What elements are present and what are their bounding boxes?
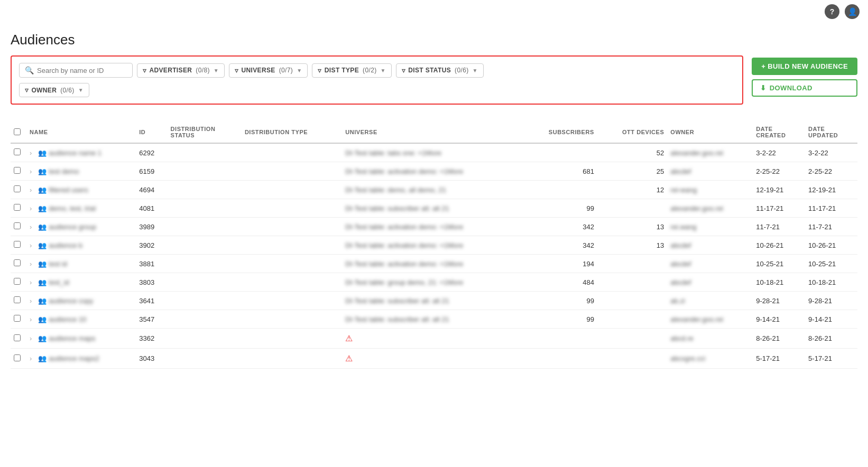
row-ott-devices: 52 [597,143,667,162]
row-expand-btn[interactable]: › [26,181,35,199]
row-name: 👥 test_id [35,273,136,292]
owner-filter[interactable]: ▿ OWNER (0/6) ▼ [19,83,89,97]
row-subscribers: 99 [522,199,597,218]
row-universe: DI-Test table: subscriber alt: alt 21 [342,199,522,218]
row-dist-status [168,255,242,273]
row-dist-status [168,273,242,292]
row-expand-btn[interactable]: › [26,199,35,218]
filter-icon: ▿ [318,67,321,74]
row-date-updated: 11-7-21 [805,218,857,236]
row-universe: DI-Test table: activation demo: +1More [342,162,522,181]
row-id: 6159 [136,162,167,181]
audience-group-icon: 👥 [38,354,47,362]
row-date-created: 3-2-22 [753,143,805,162]
table-row: › 👥 audience name 1 6292 DI-Test table: … [11,143,857,162]
row-subscribers: 681 [522,162,597,181]
row-checkbox[interactable] [14,185,21,192]
row-dist-type [242,143,342,162]
row-date-updated: 10-26-21 [805,236,857,255]
row-id: 6292 [136,143,167,162]
table-row: › 👥 audience group 3989 DI-Test table: a… [11,218,857,236]
row-date-created: 10-25-21 [753,255,805,273]
row-expand-btn[interactable]: › [26,310,35,329]
row-id: 3881 [136,255,167,273]
help-icon[interactable]: ? [825,4,839,19]
search-input[interactable] [37,67,127,74]
row-expand-btn[interactable]: › [26,143,35,162]
row-dist-status [168,349,242,369]
row-dist-type [242,329,342,349]
row-dist-type [242,349,342,369]
col-id: ID [136,122,167,143]
row-dist-type [242,273,342,292]
row-owner: rei.wang [667,218,753,236]
row-dist-status [168,329,242,349]
row-date-updated: 10-18-21 [805,273,857,292]
row-date-updated: 9-14-21 [805,310,857,329]
universe-filter[interactable]: ▿ UNIVERSE (0/7) ▼ [229,63,308,78]
row-checkbox[interactable] [14,296,21,303]
row-ott-devices [597,292,667,310]
audience-group-icon: 👥 [38,149,47,157]
dist-status-label: DIST STATUS [408,67,451,74]
user-icon[interactable]: 👤 [845,4,860,19]
build-new-audience-button[interactable]: + BUILD NEW AUDIENCE [752,58,857,75]
download-button[interactable]: ⬇ DOWNLOAD [752,79,857,97]
row-expand-btn[interactable]: › [26,218,35,236]
select-all-checkbox[interactable] [14,128,21,135]
row-checkbox[interactable] [14,334,21,341]
dist-status-filter[interactable]: ▿ DIST STATUS (0/6) ▼ [396,63,484,78]
table-row: › 👥 demo, test, trial 4081 DI-Test table… [11,199,857,218]
row-checkbox[interactable] [14,148,21,155]
audience-group-icon: 👥 [38,315,47,323]
advertiser-filter[interactable]: ▿ ADVERTISER (0/8) ▼ [137,63,225,78]
row-name: 👥 test demo [35,162,136,181]
audience-group-icon: 👥 [38,260,47,268]
dist-type-filter[interactable]: ▿ DIST TYPE (0/2) ▼ [312,63,391,78]
row-expand-btn[interactable]: › [26,236,35,255]
row-checkbox[interactable] [14,204,21,211]
row-expand-btn[interactable]: › [26,273,35,292]
row-id: 3803 [136,273,167,292]
row-checkbox[interactable] [14,315,21,322]
row-ott-devices: 25 [597,162,667,181]
row-universe: DI-Test table: tabs one: +1More [342,143,522,162]
filter-icon: ▿ [402,67,405,74]
row-name: 👥 audience name 1 [35,143,136,162]
chevron-down-icon: ▼ [381,68,386,73]
audience-group-icon: 👥 [38,334,47,342]
audience-group-icon: 👥 [38,167,47,175]
row-date-updated: 2-25-22 [805,162,857,181]
row-expand-btn[interactable]: › [26,292,35,310]
col-subscribers: SUBSCRIBERS [522,122,597,143]
row-date-created: 9-28-21 [753,292,805,310]
table-row: › 👥 audience maps 3362 ⚠ abcd.re 8-26-21… [11,329,857,349]
row-name: 👥 audience maps2 [35,349,136,369]
row-checkbox[interactable] [14,222,21,229]
row-checkbox[interactable] [14,354,21,361]
table-row: › 👥 audience copy 3641 DI-Test table: su… [11,292,857,310]
row-expand-btn[interactable]: › [26,349,35,369]
row-date-updated: 10-25-21 [805,255,857,273]
row-universe: ⚠ [342,329,522,349]
col-ott-devices: OTT DEVICES [597,122,667,143]
row-date-created: 10-26-21 [753,236,805,255]
row-universe: DI-Test table: subscriber alt: alt 21 [342,310,522,329]
page-title: Audiences [11,32,857,48]
row-checkbox[interactable] [14,167,21,174]
row-universe: DI-Test table: subscriber alt: alt 21 [342,292,522,310]
row-ott-devices [597,255,667,273]
owner-count: (0/6) [60,87,74,94]
row-checkbox[interactable] [14,278,21,285]
row-expand-btn[interactable]: › [26,162,35,181]
row-owner: alexander.goo.rei [667,310,753,329]
table-row: › 👥 filtered users 4694 DI-Test table: d… [11,181,857,199]
row-subscribers: 194 [522,255,597,273]
search-box[interactable]: 🔍 [19,63,133,78]
audience-group-icon: 👥 [38,241,47,249]
filter-icon: ▿ [235,67,238,74]
row-checkbox[interactable] [14,259,21,266]
row-expand-btn[interactable]: › [26,329,35,349]
row-expand-btn[interactable]: › [26,255,35,273]
row-checkbox[interactable] [14,241,21,248]
